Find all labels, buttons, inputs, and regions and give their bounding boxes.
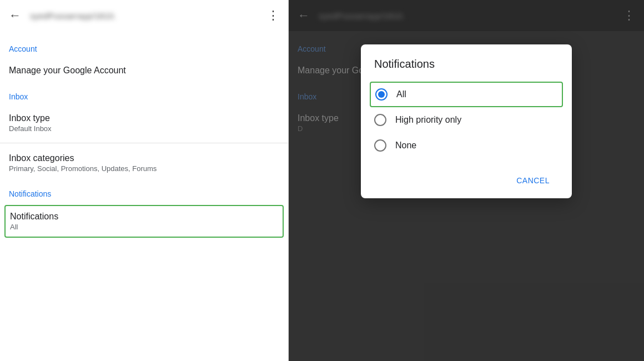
left-settings-content: Account Manage your Google Account Inbox… [0,31,288,361]
left-inbox-type-subtitle: Default Inbox [9,124,279,133]
left-inbox-categories-title: Inbox categories [9,153,279,163]
left-notifications-title: Notifications [10,212,278,222]
left-top-bar: ← syedPussarrayp/1810. ⋮ [0,0,288,31]
left-manage-account-item[interactable]: Manage your Google Account [0,58,288,83]
left-inbox-type-item[interactable]: Inbox type Default Inbox [0,106,288,141]
left-back-button[interactable]: ← [9,8,21,23]
left-inbox-header: Inbox [0,83,288,106]
radio-high-priority-label: High priority only [395,115,461,125]
dialog-overlay: Notifications All High priority only Non… [289,0,644,361]
dialog-title: Notifications [374,58,559,71]
left-manage-account-title: Manage your Google Account [9,66,279,76]
left-divider-1 [0,143,288,143]
cancel-button[interactable]: Cancel [507,172,559,189]
radio-all-circle [375,88,388,101]
left-account-email: syedPussarrayp/1810. [30,11,267,21]
left-panel: ← syedPussarrayp/1810. ⋮ Account Manage … [0,0,289,361]
radio-high-priority-circle [374,114,386,126]
left-notifications-item[interactable]: Notifications All [4,205,284,238]
radio-all-label: All [396,89,406,99]
left-notifications-header: Notifications [0,180,288,203]
radio-high-priority-option[interactable]: High priority only [374,107,559,133]
radio-none-circle [374,139,386,152]
right-panel: ← syedPussarrayp/1810. ⋮ Account Manage … [289,0,644,361]
left-notifications-subtitle: All [10,223,278,231]
left-inbox-type-title: Inbox type [9,113,279,123]
radio-none-label: None [395,141,416,151]
radio-all-option[interactable]: All [370,82,563,107]
left-inbox-categories-item[interactable]: Inbox categories Primary, Social, Promot… [0,146,288,180]
left-inbox-categories-subtitle: Primary, Social, Promotions, Updates, Fo… [9,164,279,173]
notifications-dialog: Notifications All High priority only Non… [361,44,572,198]
dialog-actions: Cancel [374,167,559,189]
left-more-icon[interactable]: ⋮ [267,8,279,23]
radio-none-option[interactable]: None [374,133,559,158]
left-account-header: Account [0,36,288,58]
